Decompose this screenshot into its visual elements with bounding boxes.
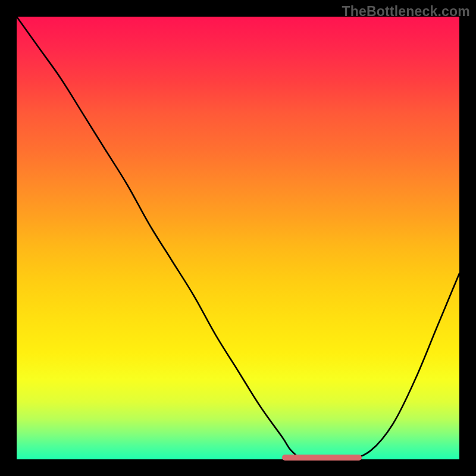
watermark-text: TheBottleneck.com <box>342 4 470 20</box>
plot-area <box>17 17 459 459</box>
chart-container: TheBottleneck.com <box>0 0 476 476</box>
line-curve <box>17 17 459 459</box>
highlight-marker <box>282 455 362 461</box>
